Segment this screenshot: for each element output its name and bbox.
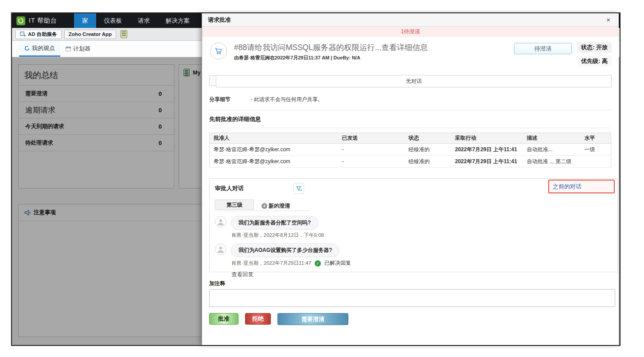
request-title[interactable]: #88请给我访问MSSQL服务器的权限运行...查看详细信息 [234,42,428,53]
close-icon[interactable]: × [604,16,613,23]
modal-title: 请求批准 [208,16,231,24]
modal-body: #88请给我访问MSSQL服务器的权限运行...查看详细信息 由希瑟·格雷厄姆在… [202,37,619,345]
col-sent: 已发送 [338,133,405,144]
tab-ad-label: AD 自助服务 [28,31,57,38]
new-clarification-button[interactable]: + 新的澄清 [262,202,290,210]
comment-input[interactable] [209,289,615,307]
divider [209,110,612,110]
reject-button[interactable]: 拒绝 [245,313,271,325]
col-level: 水平 [581,133,611,144]
tab-my-views[interactable]: 我的观点 [19,41,60,57]
nav-dashboard[interactable]: 仪表板 [96,13,130,28]
share-details-text: - 此请求不会与任何用户共享。 [250,96,323,102]
request-approval-modal: 请求批准 × 1待澄清 #88请给我访问MSSQL服务器的权限运行...查看详细… [202,13,619,345]
modal-header: 请求批准 × [202,13,619,27]
nav-requests[interactable]: 请求 [130,13,158,28]
planner-icon [66,47,71,51]
table-row[interactable]: 希瑟·格雷厄姆-希瑟@zylker.com - 经核准的 2022年7月29日 … [210,156,611,168]
plus-icon: + [262,203,267,209]
message-bubble: 我们为新服务器分配了空间吗? [231,216,318,230]
resolved-reply-label: 已解决回复 [324,259,351,267]
no-conversation-section: 无对话 [209,75,612,87]
avatar [215,243,226,255]
tab-level-three[interactable]: 第三级 [215,200,254,210]
col-approver: 批准人 [210,133,338,144]
filter-button[interactable] [293,183,304,194]
message-1: 我们为新服务器分配了空间吗? [215,216,612,230]
approver-conversation-section: 审批人对话 之前的对话 第三级 + 新的澄清 [209,178,618,272]
previous-conversation-link[interactable]: 之前的对话 [553,183,582,191]
pending-clarification-banner: 1待澄清 [202,27,619,37]
col-status: 状态 [405,133,451,144]
approvals-header-row: 批准人 已发送 状态 采取行动 描述 水平 [210,133,611,144]
app-window: IT 帮助台 家 仪表板 请求 解决方案 AD 自助服务 Zoho Creato… [11,12,621,346]
request-summary: #88请给我访问MSSQL服务器的权限运行...查看详细信息 由希瑟·格雷厄姆在… [209,42,612,70]
tab-planner[interactable]: 计划器 [60,41,96,57]
col-action-taken: 采取行动 [451,133,523,144]
table-row[interactable]: 希瑟·格雷厄姆-希瑟@zylker.com - 经核准的 2022年7月29日 … [210,144,611,156]
message-2: 我们为AOAG设置购买了多少台服务器? [215,243,612,257]
status-badge: 状态: 开放 [577,42,612,53]
conversation-collapse-tab[interactable] [209,75,216,86]
tab-ad-self-service[interactable]: AD 自助服务 [16,30,62,39]
approve-button[interactable]: 批准 [209,313,238,325]
clipboard-icon[interactable] [121,30,127,38]
nav-home[interactable]: 家 [74,13,96,28]
add-comment-label: 加注释 [209,280,612,287]
pending-clarification-button[interactable]: 待澄清 [514,43,572,54]
nav-items: 家 仪表板 请求 解决方案 [74,13,198,28]
helpdesk-logo-icon [16,16,25,25]
ad-service-icon [20,31,26,37]
previous-conversation-annotation: 之前的对话 [548,180,615,193]
app-title: IT 帮助台 [29,17,57,25]
new-clarification-label: 新的澄清 [269,202,290,210]
tab-my-views-label: 我的观点 [32,44,55,52]
tab-planner-label: 计划器 [73,45,90,53]
my-views-icon [24,46,30,51]
priority-badge: 优先级: 高 [577,56,612,67]
col-description: 描述 [523,133,581,144]
avatar [215,216,226,228]
cart-icon [210,43,227,59]
filter-icon [296,185,302,192]
banner-text: 1待澄清 [401,28,420,35]
no-conversation-box: 无对话 [216,75,612,87]
person-icon [216,245,225,254]
tab-zoho-creator[interactable]: Zoho Creator App [64,30,116,39]
message-bubble: 我们为AOAG设置购买了多少台服务器? [231,243,340,257]
resolved-check-icon: ✓ [315,260,321,267]
message-1-meta: 肖恩·亚当斯，2022年8月12日，下午5:08 [231,232,612,239]
need-clarification-button[interactable]: 需要澄清 [277,313,348,325]
conversation-title: 审批人对话 [215,184,244,192]
action-buttons: 批准 拒绝 需要澄清 [209,313,612,325]
tab-zoho-label: Zoho Creator App [69,31,112,37]
conversation-tabs: 第三级 + 新的澄清 [215,200,310,211]
person-icon [216,217,225,226]
share-details: 分享细节 - 此请求不会与任何用户共享。 [209,96,612,103]
share-details-label: 分享细节 [209,96,230,102]
request-meta: 由希瑟·格雷厄姆在2022年7月29日11:37 AM | DueBy: N/A [234,55,360,61]
nav-solutions[interactable]: 解决方案 [158,13,198,28]
view-reply-link[interactable]: 查看回复 [231,271,612,279]
message-2-meta: 肖恩·亚当斯，2022年7月29日11:47 ✓ 已解决回复 [231,259,612,267]
approvals-table: 批准人 已发送 状态 采取行动 描述 水平 希瑟·格雷厄姆-希瑟@zylker.… [209,133,611,168]
divider [209,128,612,128]
previous-approvals-title: 先前批准的详细信息 [209,115,612,123]
